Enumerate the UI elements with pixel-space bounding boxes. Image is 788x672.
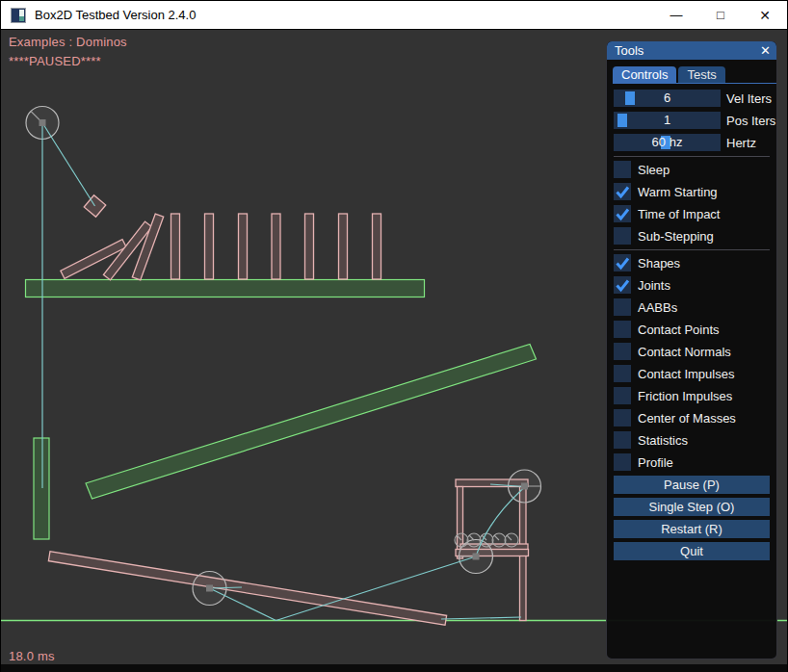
slider-hertz[interactable]: 60 hz — [614, 134, 721, 151]
checkbox-row-contact-points: Contact Points — [614, 321, 770, 338]
anchor-square — [473, 554, 480, 560]
checkbox-label: Time of Impact — [638, 207, 720, 221]
slider-label: Pos Iters — [726, 114, 775, 128]
check-mark-icon — [614, 276, 631, 294]
checkbox-label: Contact Normals — [638, 345, 731, 359]
paused-label: ****PAUSED**** — [9, 54, 101, 68]
checkbox-contact-normals[interactable] — [614, 343, 631, 360]
checkbox-label: Warm Starting — [638, 185, 718, 199]
checkbox-row-time-of-impact: Time of Impact — [614, 205, 770, 222]
checkbox-label: Sleep — [638, 163, 670, 177]
separator — [614, 156, 770, 157]
upright-domino — [239, 214, 248, 279]
checkbox-joints[interactable] — [614, 276, 631, 294]
checkbox-label: Joints — [638, 278, 670, 293]
check-mark-icon — [614, 254, 631, 271]
tab-controls[interactable]: Controls — [613, 66, 676, 83]
upright-domino — [305, 214, 314, 279]
upright-domino — [339, 214, 348, 279]
tools-panel: Tools ✕ ControlsTests 6Vel Iters1Pos Ite… — [606, 40, 777, 659]
check-mark-icon — [614, 205, 631, 222]
panel-body: 6Vel Iters1Pos Iters60 hzHertz SleepWarm… — [607, 84, 776, 560]
checkbox-label: Shapes — [638, 256, 680, 271]
checkbox-row-contact-normals: Contact Normals — [614, 343, 770, 360]
window-bottom-edge — [1, 664, 787, 672]
angled-plank — [86, 345, 537, 500]
tab-bar: ControlsTests — [613, 66, 776, 84]
slider-vel-iters[interactable]: 6 — [614, 90, 721, 107]
checkbox-row-shapes: Shapes — [614, 254, 770, 271]
app-icon — [11, 8, 26, 23]
checkbox-row-friction-impulses: Friction Impulses — [614, 387, 770, 404]
checkbox-row-joints: Joints — [614, 276, 770, 294]
checkbox-label: Sub-Stepping — [638, 229, 714, 244]
slider-row-vel-iters: 6Vel Iters — [614, 90, 770, 107]
window-titlebar: Box2D Testbed Version 2.4.0 — □ ✕ — [1, 0, 787, 30]
button-pause-p[interactable]: Pause (P) — [614, 476, 770, 494]
checkbox-label: Center of Masses — [638, 411, 736, 426]
checkbox-label: AABBs — [638, 300, 677, 315]
example-label: Examples : Dominos — [9, 35, 127, 49]
anchor-square — [206, 585, 213, 592]
slider-value: 1 — [614, 112, 721, 129]
tools-panel-title: Tools — [615, 43, 760, 58]
checkbox-shapes[interactable] — [614, 254, 631, 271]
checkbox-row-center-of-masses: Center of Masses — [614, 409, 770, 426]
checkbox-row-sub-stepping: Sub-Stepping — [614, 227, 770, 245]
separator — [614, 249, 770, 250]
checkbox-row-sleep: Sleep — [614, 161, 770, 178]
button-quit[interactable]: Quit — [614, 542, 770, 560]
frame-time-label: 18.0 ms — [9, 649, 55, 663]
checkbox-sub-stepping[interactable] — [614, 227, 631, 245]
seesaw-plank — [48, 552, 446, 626]
checkbox-time-of-impact[interactable] — [614, 205, 631, 222]
checkbox-contact-impulses[interactable] — [614, 365, 631, 382]
checkbox-row-aabbs: AABBs — [614, 298, 770, 316]
checkbox-aabbs[interactable] — [614, 298, 631, 316]
button-single-step-o[interactable]: Single Step (O) — [614, 498, 770, 516]
checkbox-warm-starting[interactable] — [614, 183, 631, 200]
slider-pos-iters[interactable]: 1 — [614, 112, 721, 129]
upright-domino — [373, 214, 381, 279]
checkbox-contact-points[interactable] — [614, 321, 631, 338]
check-mark-icon — [614, 183, 631, 200]
app-window: Examples : Dominos ****PAUSED**** 18.0 m… — [0, 0, 788, 672]
vertical-plank — [34, 438, 49, 539]
checkbox-statistics[interactable] — [614, 431, 631, 449]
checkbox-label: Profile — [638, 455, 673, 470]
checkbox-label: Statistics — [638, 433, 688, 448]
slider-label: Hertz — [726, 136, 756, 150]
slider-row-pos-iters: 1Pos Iters — [614, 112, 770, 129]
tab-tests[interactable]: Tests — [678, 66, 724, 83]
checkbox-label: Contact Points — [638, 323, 720, 337]
maximize-button[interactable]: □ — [698, 1, 743, 29]
checkbox-label: Friction Impulses — [638, 389, 732, 403]
checkbox-row-profile: Profile — [614, 453, 770, 471]
minimize-button[interactable]: — — [654, 1, 698, 29]
slider-value: 60 hz — [614, 134, 721, 151]
checkbox-center-of-masses[interactable] — [614, 409, 631, 426]
tools-panel-header[interactable]: Tools ✕ — [607, 41, 776, 60]
panel-close-icon[interactable]: ✕ — [760, 41, 771, 60]
joint-line — [441, 617, 521, 619]
checkbox-profile[interactable] — [614, 453, 631, 471]
checkbox-row-statistics: Statistics — [614, 431, 770, 449]
window-title: Box2D Testbed Version 2.4.0 — [35, 8, 196, 22]
anchor-square — [39, 119, 46, 126]
anchor-square — [521, 483, 528, 490]
button-restart-r[interactable]: Restart (R) — [614, 520, 770, 538]
checkbox-row-contact-impulses: Contact Impulses — [614, 365, 770, 382]
upright-domino — [272, 214, 280, 279]
close-button[interactable]: ✕ — [743, 1, 787, 29]
slider-value: 6 — [614, 90, 721, 107]
slider-row-hertz: 60 hzHertz — [614, 134, 770, 151]
slider-label: Vel Iters — [726, 91, 772, 106]
checkbox-row-warm-starting: Warm Starting — [614, 183, 770, 200]
upright-domino — [205, 214, 214, 279]
checkbox-sleep[interactable] — [614, 161, 631, 178]
upright-domino — [171, 214, 180, 279]
joint-line — [42, 123, 95, 207]
checkbox-label: Contact Impulses — [638, 367, 734, 381]
checkbox-friction-impulses[interactable] — [614, 387, 631, 404]
domino-platform — [26, 280, 425, 297]
